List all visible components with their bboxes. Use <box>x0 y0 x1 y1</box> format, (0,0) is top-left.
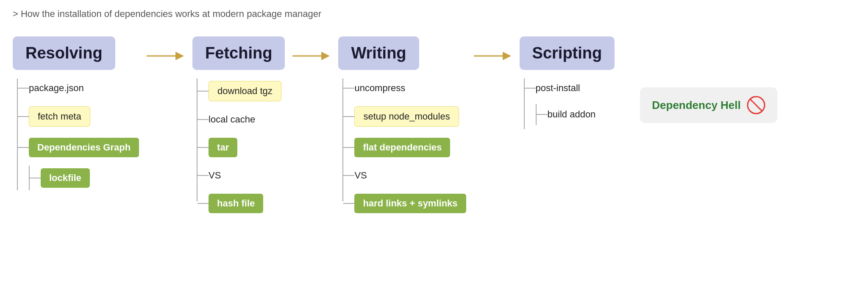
svg-marker-3 <box>321 52 330 60</box>
arrow-2 <box>285 48 338 64</box>
dependency-hell-box: Dependency Hell <box>640 87 777 123</box>
phase-scripting: Scripting post-install <box>520 36 615 129</box>
arrow-1 <box>139 48 192 64</box>
list-item: tar <box>198 138 281 157</box>
no-sign-icon <box>747 96 765 114</box>
phase-box-scripting: Scripting <box>520 36 615 70</box>
list-item: package.json <box>18 81 139 95</box>
list-item: setup node_modules <box>343 106 466 127</box>
phase-box-resolving: Resolving <box>13 36 115 70</box>
list-item: download tgz <box>198 81 281 101</box>
list-item: hash file <box>198 194 281 213</box>
arrow-3 <box>466 48 520 64</box>
list-item: hard links + symlinks <box>343 194 466 213</box>
list-item: uncompress <box>343 81 466 95</box>
phase-fetching: Fetching download tgz local cache <box>192 36 338 216</box>
phase-resolving: Resolving package.json <box>13 36 192 190</box>
phase-writing: Writing uncompress setup node_modules <box>338 36 519 216</box>
list-item: fetch meta <box>18 106 139 127</box>
svg-marker-5 <box>503 52 511 60</box>
list-item: VS <box>343 168 466 183</box>
svg-marker-1 <box>175 52 184 60</box>
list-item: local cache <box>198 112 281 127</box>
list-item: VS <box>198 168 281 183</box>
list-item: build addon <box>537 106 596 122</box>
phase-box-writing: Writing <box>338 36 419 70</box>
diagram: Resolving package.json <box>13 36 855 216</box>
list-item: post-install <box>525 81 596 95</box>
phase-box-fetching: Fetching <box>192 36 285 70</box>
svg-line-7 <box>750 99 762 111</box>
subtitle: > How the installation of dependencies w… <box>13 8 855 19</box>
list-item: flat dependencies <box>343 138 466 157</box>
list-item: Dependencies Graph <box>18 138 139 157</box>
list-item: lockfile <box>30 168 90 188</box>
